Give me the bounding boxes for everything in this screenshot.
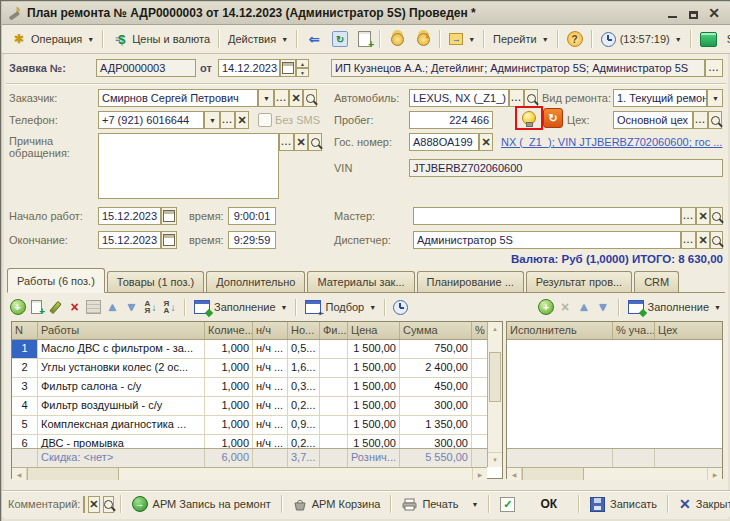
cell-qty[interactable]: 1,000: [205, 435, 253, 448]
cell-sum[interactable]: 2 400,00: [400, 359, 472, 377]
col-works[interactable]: Работы: [38, 322, 205, 339]
executors-table-body[interactable]: [507, 340, 722, 448]
table-row[interactable]: 1Масло ДВС с фильтром - за...1,000н/ч ..…: [12, 340, 487, 359]
end-time-field[interactable]: 9:29:59: [228, 231, 276, 249]
shop-field[interactable]: Основной цех: [613, 111, 693, 129]
cell-qty[interactable]: 1,000: [205, 416, 253, 434]
cell-name[interactable]: Углы установки колес (2 ос...: [38, 359, 205, 377]
end-date-calendar-button[interactable]: [161, 231, 177, 249]
cell-unit[interactable]: н/ч ...: [253, 378, 288, 396]
no-sms-checkbox[interactable]: [258, 113, 272, 127]
phone-select-button[interactable]: ...: [220, 111, 235, 129]
executors-move-up-button[interactable]: ▲: [576, 299, 593, 315]
col-pct[interactable]: %: [472, 322, 487, 339]
customer-clear-button[interactable]: ✕: [289, 89, 303, 107]
cell-price[interactable]: 1 500,00: [348, 378, 400, 396]
cell-pct[interactable]: [472, 378, 487, 396]
arm-record-button[interactable]: → АРМ Запись на ремонт: [128, 494, 275, 514]
vin-field[interactable]: JTJBERBZ702060600: [409, 159, 723, 177]
cell-fix[interactable]: [320, 435, 348, 448]
start-time-field[interactable]: 9:00:01: [228, 207, 276, 225]
scroll-thumb[interactable]: [489, 352, 501, 402]
cell-fix[interactable]: [320, 416, 348, 434]
print-button[interactable]: Печать ▼: [398, 496, 482, 513]
refresh-button[interactable]: ↻: [327, 28, 353, 50]
cell-norm[interactable]: 0,2...: [288, 435, 320, 448]
table-row[interactable]: 3Фильтр салона - с/у1,000н/ч ...0,3...1 …: [12, 378, 487, 397]
cell-name[interactable]: ДВС - промывка: [38, 435, 205, 448]
col-unit[interactable]: н/ч: [253, 322, 288, 339]
cell-pct[interactable]: [472, 340, 487, 358]
reason-textarea[interactable]: [98, 133, 279, 199]
col-executor[interactable]: Исполнитель: [507, 322, 613, 339]
scroll-left-icon[interactable]: ◀: [507, 468, 522, 480]
cell-unit[interactable]: н/ч ...: [253, 359, 288, 377]
shop-open-button[interactable]: [708, 111, 722, 129]
reason-clear-button[interactable]: ✕: [294, 133, 308, 151]
scroll-left-icon[interactable]: ◀: [12, 468, 27, 480]
prices-currency-button[interactable]: ≡$ Цены и валюта: [107, 28, 215, 50]
cell-sum[interactable]: 450,00: [400, 378, 472, 396]
executors-move-down-button[interactable]: ▼: [595, 299, 612, 315]
col-shop[interactable]: Цех: [655, 322, 722, 339]
reason-open-button[interactable]: [308, 133, 322, 151]
lamp-icon[interactable]: [522, 111, 536, 125]
works-copy-button[interactable]: +: [28, 299, 45, 315]
time-button[interactable]: (13:57:19)▼: [596, 29, 687, 50]
cell-fix[interactable]: [320, 359, 348, 377]
col-n[interactable]: N: [12, 322, 38, 339]
works-move-down-button[interactable]: ▼: [123, 299, 140, 315]
comment-input[interactable]: [83, 496, 85, 513]
chevron-down-icon[interactable]: ▼: [471, 501, 478, 508]
cell-n[interactable]: 3: [12, 378, 38, 396]
works-move-up-button[interactable]: ▲: [104, 299, 121, 315]
scroll-thumb[interactable]: [27, 468, 119, 480]
goto-button[interactable]: Перейти▼: [488, 30, 554, 48]
start-date-calendar-button[interactable]: [161, 207, 177, 225]
help-button[interactable]: ?: [562, 28, 588, 50]
phone-dropdown-button[interactable]: ▼: [204, 111, 220, 129]
mileage-refresh-button[interactable]: ↻: [543, 108, 563, 128]
cell-unit[interactable]: н/ч ...: [253, 416, 288, 434]
cell-n[interactable]: 6: [12, 435, 38, 448]
scroll-down-icon[interactable]: ▼: [488, 452, 502, 467]
col-sum[interactable]: Сумма: [400, 322, 472, 339]
cell-sum[interactable]: 750,00: [400, 340, 472, 358]
cell-fix[interactable]: [320, 340, 348, 358]
end-date-field[interactable]: 15.12.2023: [98, 231, 161, 249]
post-and-close-button[interactable]: ✓: [496, 495, 519, 514]
table-row[interactable]: 4Фильтр воздушный - с/у1,000н/ч ...0,2..…: [12, 397, 487, 416]
cell-qty[interactable]: 1,000: [205, 397, 253, 415]
repair-type-dropdown-button[interactable]: ▼: [707, 89, 723, 107]
master-field[interactable]: [413, 207, 681, 225]
minimize-button[interactable]: [666, 7, 678, 19]
copy-add-button[interactable]: +: [353, 28, 376, 50]
cell-norm[interactable]: 0,3...: [288, 378, 320, 396]
cell-price[interactable]: 1 500,00: [348, 397, 400, 415]
scroll-right-icon[interactable]: ▶: [707, 468, 722, 480]
operation-button[interactable]: ✱ Операция▼: [6, 28, 99, 50]
customer-open-button[interactable]: [303, 89, 317, 107]
master-open-button[interactable]: [710, 207, 723, 225]
dispatcher-clear-button[interactable]: ✕: [696, 231, 710, 249]
scroll-up-icon[interactable]: ▲: [488, 322, 502, 336]
table-row[interactable]: 5Комплексная диагностика ...1,000н/ч ...…: [12, 416, 487, 435]
col-fix[interactable]: Фи...: [320, 322, 348, 339]
car-field[interactable]: LEXUS, NX (_Z1_): [409, 89, 509, 107]
car-open-button[interactable]: [524, 89, 538, 107]
col-norm[interactable]: Но...: [288, 322, 320, 339]
cell-pct[interactable]: [472, 416, 487, 434]
cell-pct[interactable]: [472, 397, 487, 415]
works-fill-button[interactable]: Заполнение▼: [192, 300, 289, 314]
cell-name[interactable]: Масло ДВС с фильтром - за...: [38, 340, 205, 358]
executors-hscrollbar[interactable]: ◀ ▶: [507, 467, 722, 480]
cell-n[interactable]: 2: [12, 359, 38, 377]
customer-dropdown-button[interactable]: ▼: [258, 89, 274, 107]
car-history-link[interactable]: NX (_Z1_); VIN JTJBERBZ702060600; гос ..…: [501, 136, 723, 148]
cell-fix[interactable]: [320, 397, 348, 415]
cell-sum[interactable]: 1 350,00: [400, 416, 472, 434]
table-row[interactable]: 2Углы установки колес (2 ос...1,000н/ч .…: [12, 359, 487, 378]
cell-unit[interactable]: н/ч ...: [253, 435, 288, 448]
cell-price[interactable]: 1 500,00: [348, 435, 400, 448]
cell-price[interactable]: 1 500,00: [348, 416, 400, 434]
